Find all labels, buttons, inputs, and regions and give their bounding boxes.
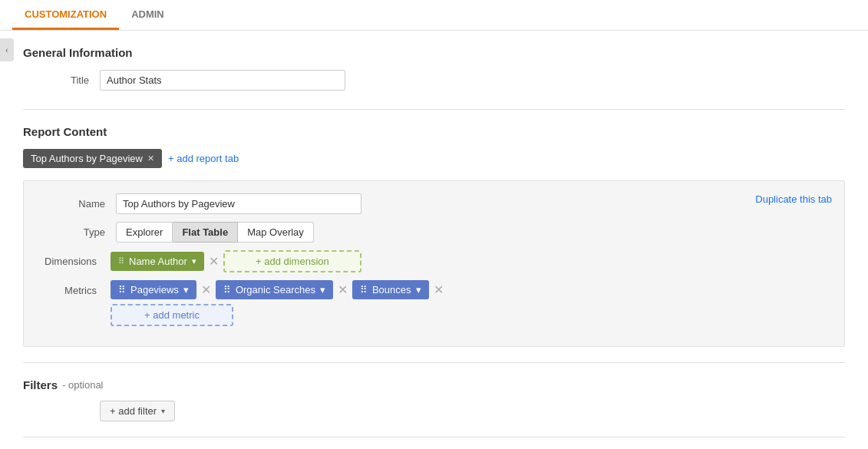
metrics-label: Metrics xyxy=(39,285,104,296)
dimensions-label: Dimensions xyxy=(39,256,104,267)
metric-bounces-label: Bounces xyxy=(372,284,411,295)
drag-icon: ⠿ xyxy=(360,284,368,295)
tab-details-panel: Duplicate this tab Name Type Explorer Fl… xyxy=(23,180,845,347)
add-report-tab-button[interactable]: + add report tab xyxy=(168,153,239,164)
general-information-section: General Information Title xyxy=(23,46,845,91)
dimensions-tags: ⠿ Name Author ▾ ✕ + add dimension xyxy=(111,250,361,272)
filters-optional-label: - optional xyxy=(62,379,103,391)
nav-tab-customization[interactable]: CUSTOMIZATION xyxy=(12,1,119,30)
drag-icon: ⠿ xyxy=(223,284,231,295)
nav-tab-admin[interactable]: ADMIN xyxy=(119,1,177,30)
report-tabs-row: Top Authors by Pageview ✕ + add report t… xyxy=(23,149,845,168)
report-tab-top-authors[interactable]: Top Authors by Pageview ✕ xyxy=(23,149,162,168)
divider-2 xyxy=(23,362,845,363)
metric-pageviews-label: Pageviews xyxy=(130,284,179,295)
type-buttons-group: Explorer Flat Table Map Overlay xyxy=(116,222,314,243)
duplicate-tab-link[interactable]: Duplicate this tab xyxy=(755,193,832,205)
remove-dimension-icon[interactable]: ✕ xyxy=(209,254,219,269)
report-content-section: Report Content Top Authors by Pageview ✕… xyxy=(23,125,845,347)
title-field-row: Title xyxy=(23,70,845,91)
name-field-row: Name xyxy=(39,193,829,214)
report-tab-label: Top Authors by Pageview xyxy=(31,153,143,164)
metric-bounces-tag[interactable]: ⠿ Bounces ▾ xyxy=(352,280,429,299)
add-filter-button[interactable]: + add filter ▾ xyxy=(100,401,175,421)
divider-3 xyxy=(23,437,845,437)
filters-section: Filters - optional + add filter ▾ xyxy=(23,378,845,421)
metric-organic-searches-label: Organic Searches xyxy=(236,284,315,295)
metrics-content: ⠿ Pageviews ▾ ✕ ⠿ Organic Searches ▾ ✕ ⠿ xyxy=(111,280,444,326)
metrics-row: Metrics ⠿ Pageviews ▾ ✕ ⠿ Organic Search… xyxy=(39,280,829,326)
add-filter-dropdown-icon: ▾ xyxy=(161,407,165,415)
dimension-name-author-tag[interactable]: ⠿ Name Author ▾ xyxy=(111,252,204,271)
type-flat-table-button[interactable]: Flat Table xyxy=(173,222,238,243)
remove-pageviews-icon[interactable]: ✕ xyxy=(201,282,211,297)
name-input[interactable] xyxy=(116,193,361,214)
general-info-title: General Information xyxy=(23,46,845,59)
drag-icon: ⠿ xyxy=(118,256,124,266)
metrics-tags: ⠿ Pageviews ▾ ✕ ⠿ Organic Searches ▾ ✕ ⠿ xyxy=(111,280,444,299)
name-label: Name xyxy=(39,198,116,210)
dimension-name-author-label: Name Author xyxy=(129,256,187,267)
dimensions-row: Dimensions ⠿ Name Author ▾ ✕ + add dimen… xyxy=(39,250,829,272)
type-label: Type xyxy=(39,226,116,238)
close-tab-icon[interactable]: ✕ xyxy=(147,154,154,163)
dimension-dropdown-icon[interactable]: ▾ xyxy=(192,256,196,266)
type-map-overlay-button[interactable]: Map Overlay xyxy=(238,222,314,243)
metric-bounces-dropdown-icon[interactable]: ▾ xyxy=(416,284,421,295)
metric-organic-searches-tag[interactable]: ⠿ Organic Searches ▾ xyxy=(216,280,333,299)
filters-label-row: Filters - optional xyxy=(23,378,845,391)
main-content: General Information Title Report Content… xyxy=(0,31,868,449)
remove-organic-searches-icon[interactable]: ✕ xyxy=(338,282,348,297)
report-content-title: Report Content xyxy=(23,125,845,138)
type-explorer-button[interactable]: Explorer xyxy=(116,222,173,243)
divider-1 xyxy=(23,109,845,110)
metric-pageviews-tag[interactable]: ⠿ Pageviews ▾ xyxy=(111,280,196,299)
title-input[interactable] xyxy=(100,70,345,91)
add-filter-label: + add filter xyxy=(110,405,157,417)
report-content-header: Report Content xyxy=(23,125,845,138)
add-metric-button[interactable]: + add metric xyxy=(111,304,233,326)
remove-bounces-icon[interactable]: ✕ xyxy=(434,282,444,297)
add-dimension-button[interactable]: + add dimension xyxy=(223,250,361,272)
title-label: Title xyxy=(23,74,100,86)
type-field-row: Type Explorer Flat Table Map Overlay xyxy=(39,222,829,243)
metric-organic-searches-dropdown-icon[interactable]: ▾ xyxy=(320,284,325,295)
filters-title: Filters xyxy=(23,378,58,391)
metric-pageviews-dropdown-icon[interactable]: ▾ xyxy=(183,284,189,295)
drag-icon: ⠿ xyxy=(118,284,126,295)
top-navigation: CUSTOMIZATION ADMIN xyxy=(0,0,868,31)
